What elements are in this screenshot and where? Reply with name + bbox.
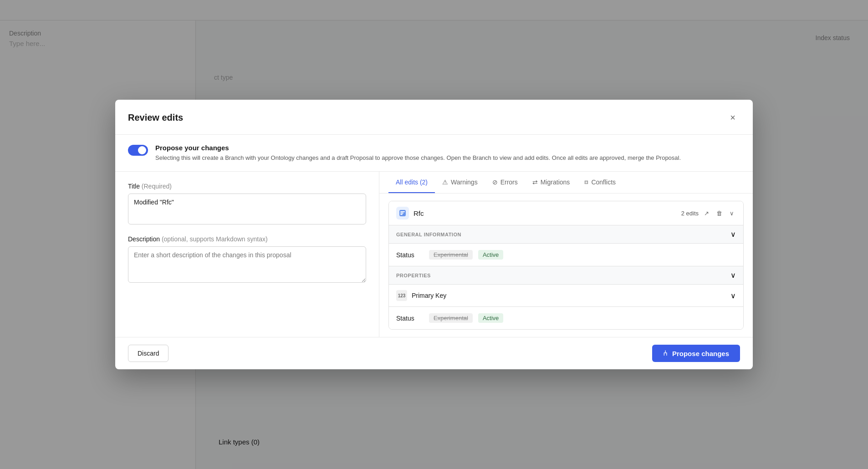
chevron-down-icon: ∨ <box>730 210 734 217</box>
close-icon: × <box>730 112 735 123</box>
description-input[interactable] <box>128 246 366 283</box>
propose-title: Propose your changes <box>155 144 681 152</box>
svg-rect-1 <box>400 211 405 212</box>
svg-rect-3 <box>400 214 403 215</box>
left-panel: Title (Required) Modified "Rfc" Descript… <box>115 172 379 337</box>
conflicts-label: Conflicts <box>591 178 616 186</box>
tab-migrations[interactable]: ⇄ Migrations <box>525 172 577 193</box>
primary-key-name: Primary Key <box>412 292 446 299</box>
entity-actions: 2 edits ↗ 🗑 ∨ <box>681 208 736 219</box>
propose-icon: ⑃ <box>663 349 668 357</box>
entity-icon <box>396 207 409 219</box>
propose-description: Selecting this will create a Branch with… <box>155 153 681 163</box>
propose-changes-label: Propose changes <box>672 350 729 357</box>
warnings-label: Warnings <box>451 178 478 186</box>
primary-key-chevron: ∨ <box>730 291 736 300</box>
general-status-label: Status <box>396 251 424 259</box>
migrations-label: Migrations <box>541 178 570 186</box>
properties-title: PROPERTIES <box>396 273 431 278</box>
entity-header: Rfc 2 edits ↗ 🗑 ∨ <box>389 201 743 225</box>
prop-status-row: Status Experimental Active <box>389 306 743 329</box>
right-panel: All edits (2) ⚠ Warnings ⊘ Errors ⇄ Migr… <box>379 172 753 337</box>
tab-conflicts[interactable]: ⧈ Conflicts <box>577 172 623 193</box>
tab-warnings[interactable]: ⚠ Warnings <box>435 172 485 193</box>
entity-type-icon <box>399 209 406 217</box>
modal-body: Title (Required) Modified "Rfc" Descript… <box>115 172 753 337</box>
entity-name: Rfc <box>414 209 677 217</box>
modal-title: Review edits <box>128 112 183 123</box>
trash-icon: 🗑 <box>716 210 722 217</box>
prop-status-label: Status <box>396 315 424 322</box>
errors-label: Errors <box>500 178 518 186</box>
propose-changes-button[interactable]: ⑃ Propose changes <box>652 345 740 362</box>
modal-overlay: Review edits × Propose your changes Sele… <box>0 0 868 469</box>
description-field: Description (optional, supports Markdown… <box>128 235 366 285</box>
delete-button[interactable]: 🗑 <box>715 208 724 219</box>
prop-status-from: Experimental <box>429 313 473 323</box>
review-edits-modal: Review edits × Propose your changes Sele… <box>115 100 753 370</box>
modal-header: Review edits × <box>115 100 753 135</box>
description-label: Description (optional, supports Markdown… <box>128 235 366 243</box>
discard-button[interactable]: Discard <box>128 345 168 362</box>
conflicts-icon: ⧈ <box>584 178 588 186</box>
propose-section: Propose your changes Selecting this will… <box>115 135 753 172</box>
propose-toggle[interactable] <box>128 145 148 156</box>
external-link-icon: ↗ <box>704 210 709 217</box>
title-field: Title (Required) Modified "Rfc" <box>128 183 366 226</box>
general-status-from: Experimental <box>429 250 473 260</box>
migrations-icon: ⇄ <box>532 178 538 186</box>
propose-text: Propose your changes Selecting this will… <box>155 144 681 163</box>
svg-rect-2 <box>400 213 403 214</box>
error-icon: ⊘ <box>492 178 498 186</box>
collapse-button[interactable]: ∨ <box>728 208 736 219</box>
title-required: (Required) <box>142 183 172 190</box>
title-label: Title (Required) <box>128 183 366 190</box>
title-input[interactable]: Modified "Rfc" <box>128 194 366 224</box>
modal-footer: Discard ⑃ Propose changes <box>115 337 753 369</box>
properties-chevron: ∨ <box>730 271 736 280</box>
general-status-row: Status Experimental Active <box>389 243 743 266</box>
tab-errors[interactable]: ⊘ Errors <box>485 172 525 193</box>
primary-key-left: 123 Primary Key <box>396 290 446 301</box>
entity-card: Rfc 2 edits ↗ 🗑 ∨ <box>388 201 744 330</box>
warning-icon: ⚠ <box>442 178 448 186</box>
properties-section-header[interactable]: PROPERTIES ∨ <box>389 266 743 284</box>
edits-content: Rfc 2 edits ↗ 🗑 ∨ <box>379 194 753 337</box>
primary-key-icon: 123 <box>396 290 407 301</box>
toggle-slider <box>128 145 148 156</box>
general-info-chevron: ∨ <box>730 230 736 239</box>
general-info-section-header[interactable]: GENERAL INFORMATION ∨ <box>389 225 743 243</box>
general-info-title: GENERAL INFORMATION <box>396 232 461 237</box>
prop-status-to: Active <box>478 313 503 323</box>
close-button[interactable]: × <box>725 111 740 125</box>
tabs-bar: All edits (2) ⚠ Warnings ⊘ Errors ⇄ Migr… <box>379 172 753 194</box>
edits-count: 2 edits <box>681 210 699 217</box>
tab-all-edits[interactable]: All edits (2) <box>388 172 435 193</box>
open-external-button[interactable]: ↗ <box>702 208 711 219</box>
primary-key-row[interactable]: 123 Primary Key ∨ <box>389 284 743 306</box>
all-edits-label: All edits (2) <box>396 178 428 186</box>
general-status-to: Active <box>478 250 503 260</box>
description-optional: (optional, supports Markdown syntax) <box>162 235 268 243</box>
